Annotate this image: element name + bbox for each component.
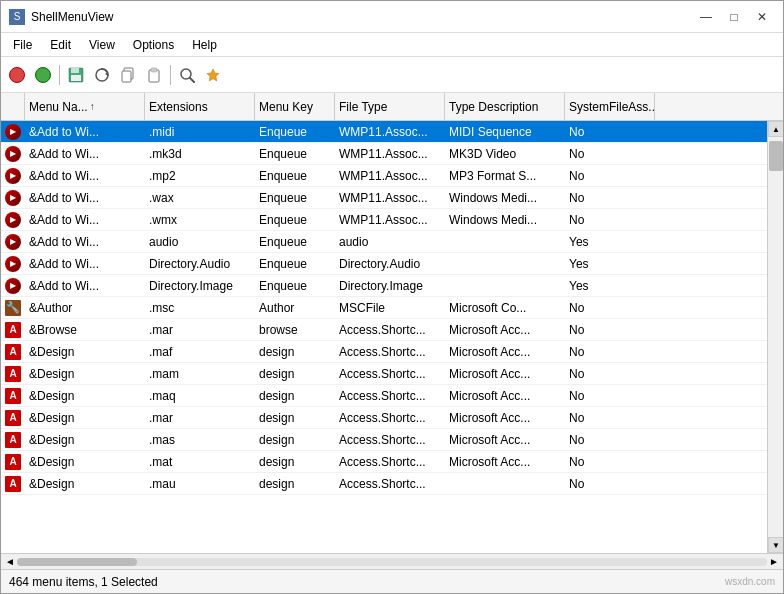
table-container: Menu Na... ↑ Extensions Menu Key File Ty… [1, 93, 783, 569]
cell-sysfile: No [565, 473, 655, 494]
cell-sysfile: No [565, 451, 655, 472]
access-icon: A [5, 454, 21, 470]
maximize-button[interactable]: □ [721, 7, 747, 27]
cell-filetype: Access.Shortc... [335, 407, 445, 428]
cell-filetype: Access.Shortc... [335, 429, 445, 450]
status-text: 464 menu items, 1 Selected [9, 575, 158, 589]
cell-name: &Add to Wi... [25, 165, 145, 186]
svg-rect-2 [71, 75, 81, 81]
search-icon [179, 67, 195, 83]
vertical-scrollbar[interactable]: ▲ ▼ [767, 121, 783, 553]
cell-key: Enqueue [255, 165, 335, 186]
th-menu-name[interactable]: Menu Na... ↑ [25, 93, 145, 120]
cell-typedesc [445, 473, 565, 494]
cell-ext: Directory.Audio [145, 253, 255, 274]
menu-help[interactable]: Help [184, 36, 225, 54]
th-extensions[interactable]: Extensions [145, 93, 255, 120]
row-icon-cell: ▶ [1, 121, 25, 142]
toolbar-star[interactable] [201, 63, 225, 87]
table-row[interactable]: ▶&Add to Wi....mk3dEnqueueWMP11.Assoc...… [1, 143, 767, 165]
row-icon-cell: A [1, 451, 25, 472]
minimize-button[interactable]: — [693, 7, 719, 27]
wmp-icon: ▶ [5, 234, 21, 250]
th-system-file-assoc[interactable]: SystemFileAss... [565, 93, 655, 120]
toolbar-copy[interactable] [116, 63, 140, 87]
cell-sysfile: No [565, 143, 655, 164]
cell-filetype: audio [335, 231, 445, 252]
cell-sysfile: No [565, 385, 655, 406]
th-file-type[interactable]: File Type [335, 93, 445, 120]
cell-typedesc: Microsoft Acc... [445, 341, 565, 362]
close-button[interactable]: ✕ [749, 7, 775, 27]
toolbar-green-circle[interactable] [31, 63, 55, 87]
table-row[interactable]: ▶&Add to Wi...Directory.AudioEnqueueDire… [1, 253, 767, 275]
th-menu-key[interactable]: Menu Key [255, 93, 335, 120]
row-icon-cell: ▶ [1, 253, 25, 274]
cell-typedesc: Windows Medi... [445, 187, 565, 208]
row-icon-cell: ▶ [1, 231, 25, 252]
scroll-up-button[interactable]: ▲ [768, 121, 783, 137]
table-row[interactable]: ▶&Add to Wi....midiEnqueueWMP11.Assoc...… [1, 121, 767, 143]
access-icon: A [5, 410, 21, 426]
cell-ext: .mar [145, 407, 255, 428]
table-row[interactable]: ▶&Add to Wi...Directory.ImageEnqueueDire… [1, 275, 767, 297]
scroll-right-button[interactable]: ► [767, 556, 781, 567]
toolbar-refresh[interactable] [90, 63, 114, 87]
h-scroll-thumb[interactable] [17, 558, 137, 566]
cell-ext: .wmx [145, 209, 255, 230]
table-row[interactable]: A&Design.mafdesignAccess.Shortc...Micros… [1, 341, 767, 363]
cell-name: &Design [25, 385, 145, 406]
cell-name: &Add to Wi... [25, 143, 145, 164]
cell-typedesc [445, 275, 565, 296]
cell-filetype: WMP11.Assoc... [335, 143, 445, 164]
cell-filetype: WMP11.Assoc... [335, 165, 445, 186]
table-row[interactable]: A&Design.maqdesignAccess.Shortc...Micros… [1, 385, 767, 407]
access-icon: A [5, 476, 21, 492]
table-row[interactable]: A&Design.matdesignAccess.Shortc...Micros… [1, 451, 767, 473]
cell-sysfile: No [565, 165, 655, 186]
toolbar-search[interactable] [175, 63, 199, 87]
toolbar-paste[interactable] [142, 63, 166, 87]
wmp-icon: ▶ [5, 212, 21, 228]
cell-key: Enqueue [255, 275, 335, 296]
th-type-description[interactable]: Type Description [445, 93, 565, 120]
status-bar: 464 menu items, 1 Selected wsxdn.com [1, 569, 783, 593]
table-body[interactable]: ▶&Add to Wi....midiEnqueueWMP11.Assoc...… [1, 121, 767, 553]
scroll-down-button[interactable]: ▼ [768, 537, 783, 553]
toolbar-save[interactable] [64, 63, 88, 87]
horizontal-scrollbar[interactable]: ◄ ► [1, 553, 783, 569]
menu-edit[interactable]: Edit [42, 36, 79, 54]
toolbar-red-circle[interactable] [5, 63, 29, 87]
menu-view[interactable]: View [81, 36, 123, 54]
menu-options[interactable]: Options [125, 36, 182, 54]
table-row[interactable]: ▶&Add to Wi....wmxEnqueueWMP11.Assoc...W… [1, 209, 767, 231]
scroll-thumb[interactable] [769, 141, 783, 171]
table-row[interactable]: A&Design.mardesignAccess.Shortc...Micros… [1, 407, 767, 429]
table-row[interactable]: ▶&Add to Wi....waxEnqueueWMP11.Assoc...W… [1, 187, 767, 209]
row-icon-cell: A [1, 385, 25, 406]
cell-ext: .midi [145, 121, 255, 142]
row-icon-cell: ▶ [1, 165, 25, 186]
refresh-icon [94, 67, 110, 83]
cell-name: &Design [25, 407, 145, 428]
scroll-left-button[interactable]: ◄ [3, 556, 17, 567]
table-row[interactable]: ▶&Add to Wi...audioEnqueueaudioYes [1, 231, 767, 253]
h-scroll-track [17, 558, 767, 566]
cell-filetype: WMP11.Assoc... [335, 121, 445, 142]
table-row[interactable]: 🔧&Author.mscAuthorMSCFileMicrosoft Co...… [1, 297, 767, 319]
wmp-icon: ▶ [5, 278, 21, 294]
cell-key: Author [255, 297, 335, 318]
table-row[interactable]: A&Design.masdesignAccess.Shortc...Micros… [1, 429, 767, 451]
cell-filetype: Directory.Audio [335, 253, 445, 274]
menu-file[interactable]: File [5, 36, 40, 54]
table-row[interactable]: A&Design.maudesignAccess.Shortc...No [1, 473, 767, 495]
cell-ext: .maf [145, 341, 255, 362]
row-icon-cell: A [1, 341, 25, 362]
cell-key: design [255, 429, 335, 450]
table-row[interactable]: A&Browse.marbrowseAccess.Shortc...Micros… [1, 319, 767, 341]
table-row[interactable]: ▶&Add to Wi....mp2EnqueueWMP11.Assoc...M… [1, 165, 767, 187]
cell-sysfile: No [565, 297, 655, 318]
cell-ext: .mp2 [145, 165, 255, 186]
cell-ext: .mar [145, 319, 255, 340]
table-row[interactable]: A&Design.mamdesignAccess.Shortc...Micros… [1, 363, 767, 385]
